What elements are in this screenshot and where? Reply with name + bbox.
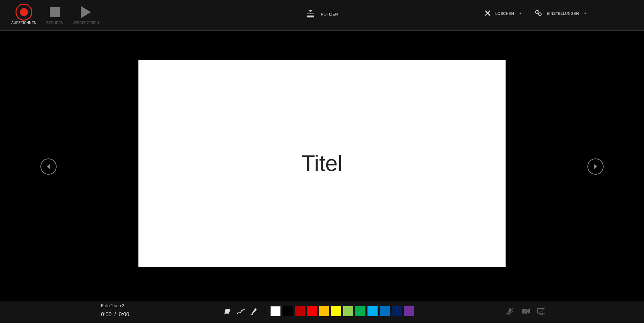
ink-tools xyxy=(222,306,414,316)
chevron-down-icon: ▼ xyxy=(584,12,587,15)
stop-label: Beenden xyxy=(46,21,63,25)
color-lightblue[interactable] xyxy=(367,306,378,316)
notes-label: Notizen xyxy=(321,12,338,16)
record-icon xyxy=(15,5,32,20)
color-lightgreen[interactable] xyxy=(343,306,353,316)
svg-point-7 xyxy=(537,12,538,12)
time-total: 0:00 xyxy=(119,312,129,317)
settings-button[interactable]: Einstellungen ▼ xyxy=(535,10,587,17)
svg-marker-11 xyxy=(251,308,257,314)
svg-point-9 xyxy=(540,14,540,14)
color-swatches xyxy=(270,306,414,316)
play-button[interactable]: Wiedergeben xyxy=(74,5,98,25)
notes-button[interactable]: Notizen xyxy=(306,10,338,18)
bottombar: Folie 1 von 2 0:00 / 0:00 xyxy=(0,301,644,323)
color-orange[interactable] xyxy=(319,306,329,316)
screen-off-button[interactable] xyxy=(536,306,546,316)
color-yellow[interactable] xyxy=(331,306,341,316)
tool-separator xyxy=(265,306,265,316)
color-green[interactable] xyxy=(355,306,365,316)
stop-button[interactable]: Beenden xyxy=(43,5,67,25)
slide-counter: Folie 1 von 2 xyxy=(101,303,124,308)
record-button[interactable]: Aufzeichnen xyxy=(12,5,36,25)
slide-title-text: Titel xyxy=(301,150,343,176)
play-label: Wiedergeben xyxy=(73,21,99,25)
next-slide-button[interactable] xyxy=(587,158,604,175)
clear-label: Löschen xyxy=(495,11,514,16)
time-separator: / xyxy=(115,312,116,317)
notes-icon xyxy=(306,10,315,18)
settings-label: Einstellungen xyxy=(547,11,579,16)
chevron-left-icon xyxy=(47,164,50,169)
color-blue[interactable] xyxy=(380,306,390,316)
camera-off-button[interactable] xyxy=(521,306,531,316)
time-current: 0:00 xyxy=(101,312,111,317)
time-display: 0:00 / 0:00 xyxy=(101,312,129,318)
eraser-button[interactable] xyxy=(222,306,232,316)
stop-icon xyxy=(46,5,63,20)
slide-zone: Titel xyxy=(0,40,644,293)
topbar-right: Löschen ▼ Einstellungen ▼ xyxy=(485,10,587,17)
color-darkblue[interactable] xyxy=(392,306,402,316)
color-purple[interactable] xyxy=(404,306,414,316)
slide-canvas[interactable]: Titel xyxy=(138,60,506,267)
clear-icon xyxy=(485,10,491,17)
color-darkred[interactable] xyxy=(295,306,305,316)
gear-icon xyxy=(535,10,542,17)
record-label: Aufzeichnen xyxy=(11,21,36,25)
chevron-down-icon: ▼ xyxy=(519,12,522,15)
topbar: Aufzeichnen Beenden Wiedergeben Notizen xyxy=(0,0,644,31)
media-icons xyxy=(505,306,546,316)
microphone-muted-button[interactable] xyxy=(505,306,515,316)
color-white[interactable] xyxy=(270,306,281,316)
color-black[interactable] xyxy=(283,306,293,316)
svg-marker-10 xyxy=(224,309,230,314)
highlighter-button[interactable] xyxy=(249,306,259,316)
play-icon xyxy=(77,5,94,20)
color-red[interactable] xyxy=(307,306,317,316)
previous-slide-button[interactable] xyxy=(40,158,57,175)
pen-button[interactable] xyxy=(236,306,246,316)
clear-button[interactable]: Löschen ▼ xyxy=(485,10,522,17)
chevron-right-icon xyxy=(594,164,597,169)
topbar-left: Aufzeichnen Beenden Wiedergeben xyxy=(12,5,98,25)
